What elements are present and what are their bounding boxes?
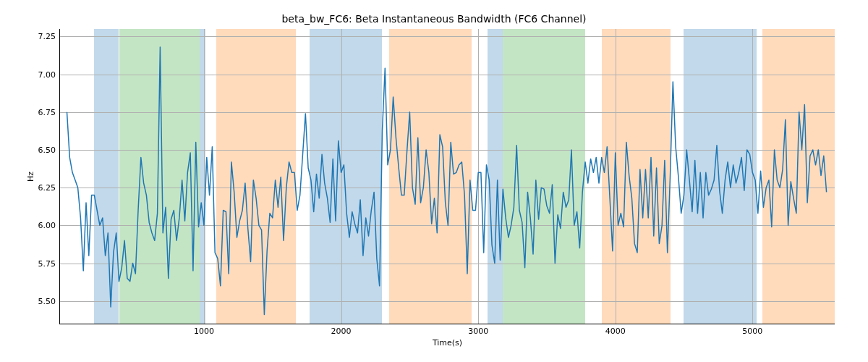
y-tick-label: 6.00 [38, 221, 56, 230]
x-axis-label: Time(s) [433, 338, 462, 348]
y-tick-label: 5.50 [38, 296, 56, 306]
chart-title: beta_bw_FC6: Beta Instantaneous Bandwidt… [0, 13, 868, 25]
y-tick-label: 6.50 [38, 145, 56, 154]
y-tick-label: 6.75 [38, 107, 56, 117]
axes: Time(s) Hz 5.505.756.006.256.506.757.007… [59, 29, 835, 324]
y-tick-label: 7.00 [38, 70, 56, 79]
line-series-layer [60, 29, 835, 324]
x-tick-label: 5000 [742, 327, 762, 336]
series-beta_bw_FC6 [67, 47, 827, 315]
x-tick-label: 4000 [605, 327, 626, 336]
x-tick-label: 3000 [468, 327, 488, 336]
figure: beta_bw_FC6: Beta Instantaneous Bandwidt… [0, 0, 868, 362]
y-axis-label: Hz [25, 171, 35, 181]
x-tick-label: 1000 [194, 327, 214, 336]
y-tick-label: 5.75 [38, 258, 56, 268]
y-tick-label: 6.25 [38, 183, 56, 193]
x-tick-label: 2000 [331, 327, 352, 336]
plot-area [60, 29, 835, 324]
y-tick-label: 7.25 [38, 32, 56, 41]
